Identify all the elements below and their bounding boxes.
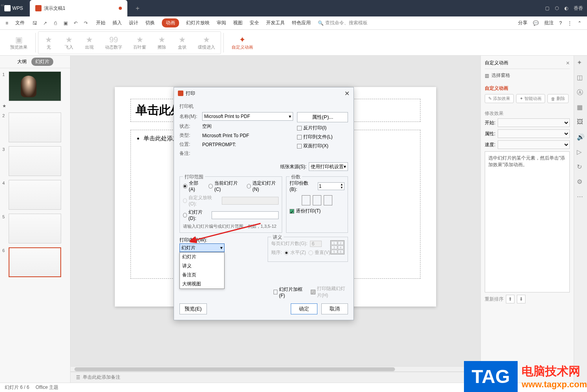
share-button[interactable]: 分享 <box>518 20 527 26</box>
move-up-button[interactable]: ⬆ <box>506 295 515 303</box>
frame-checkbox[interactable]: 幻灯片加框(F) <box>274 285 303 299</box>
search-box[interactable]: 🔍 查找命令、搜索模板 <box>318 20 368 26</box>
tool-more-icon[interactable]: ⋯ <box>577 193 585 201</box>
range-selected-radio[interactable]: 选定幻灯片(N) <box>247 180 279 192</box>
slides-input[interactable] <box>212 211 279 219</box>
property-select[interactable] <box>498 129 570 138</box>
anim-box[interactable]: ★盒状 <box>172 32 192 54</box>
undo-icon[interactable]: ↶ <box>72 20 79 26</box>
menu-special[interactable]: 特色应用 <box>292 20 311 26</box>
anim-number[interactable]: 99动态数字 <box>100 32 128 54</box>
move-down-button[interactable]: ⬇ <box>517 295 525 303</box>
save-icon[interactable]: 🖫 <box>32 20 38 26</box>
close-pane-icon[interactable]: ✕ <box>566 60 570 66</box>
menu-design[interactable]: 设计 <box>129 20 138 26</box>
tool-layout-icon[interactable]: ▦ <box>577 103 585 111</box>
badge-icon[interactable]: ▢ <box>545 5 549 11</box>
custom-animation-button[interactable]: ✦ 自定义动画 <box>226 30 259 55</box>
cancel-button[interactable]: 取消 <box>321 303 348 314</box>
start-select[interactable] <box>498 118 570 127</box>
option-slides[interactable]: 幻灯片 <box>180 252 224 261</box>
smart-anim-button[interactable]: ✦智能动画 <box>516 94 545 103</box>
export-icon[interactable]: ↗ <box>42 20 48 26</box>
tool-image-icon[interactable]: 🖼 <box>577 118 585 126</box>
thumb-2[interactable]: 2 <box>2 113 68 142</box>
thumb-6[interactable]: 6 <box>2 247 68 277</box>
tab-close-button[interactable] <box>119 7 122 10</box>
slides-tab[interactable]: 幻灯片 <box>31 58 53 66</box>
print-icon[interactable]: ⎙ <box>52 20 58 26</box>
preview-icon[interactable]: ▣ <box>62 20 69 26</box>
select-pane-button[interactable]: ▥ 选择窗格 <box>485 72 570 79</box>
menu-devtools[interactable]: 开发工具 <box>266 20 285 26</box>
comment-icon[interactable]: 💬 <box>533 20 539 26</box>
menu-slideshow[interactable]: 幻灯片放映 <box>186 20 210 26</box>
more-icon[interactable]: ⋮ <box>567 20 572 26</box>
notes-bar[interactable]: ☰ 单击此处添加备注 <box>71 372 480 383</box>
anim-appear[interactable]: ★出现 <box>79 32 100 54</box>
dialog-close-button[interactable]: ✕ <box>344 90 350 97</box>
redo-icon[interactable]: ↷ <box>83 20 89 26</box>
tool-transition-icon[interactable]: ◫ <box>577 74 585 82</box>
ok-button[interactable]: 确定 <box>291 303 317 314</box>
menu-insert[interactable]: 插入 <box>112 20 122 26</box>
menu-review[interactable]: 审阅 <box>217 20 226 26</box>
user-avatar-icon[interactable]: ◐ <box>564 5 568 11</box>
printer-select[interactable]: Microsoft Print to PDF▾ <box>202 112 293 121</box>
speed-select[interactable] <box>498 140 570 149</box>
document-tab[interactable]: 演示文稿1 <box>30 0 127 16</box>
collapse-ribbon-icon[interactable]: ⌃ <box>578 20 582 26</box>
thumb-3[interactable]: 3 <box>2 146 68 176</box>
wps-home-button[interactable]: WPS <box>0 0 27 16</box>
menu-transition[interactable]: 切换 <box>145 20 155 26</box>
option-handouts[interactable]: 讲义 <box>180 261 224 270</box>
menu-start[interactable]: 开始 <box>96 20 105 26</box>
thumb-4[interactable]: 4 <box>2 180 68 210</box>
option-notes[interactable]: 备注页 <box>180 270 224 279</box>
properties-button[interactable]: 属性(P)... <box>297 112 348 122</box>
file-menu[interactable]: 文件 <box>15 20 25 26</box>
print-content-dropdown[interactable]: 幻灯片▾ 幻灯片 讲义 备注页 大纲视图 <box>179 243 225 252</box>
preview-button[interactable]: 预览(E) <box>179 303 207 314</box>
menu-animation[interactable]: 动画 <box>162 18 179 27</box>
anim-flyin[interactable]: ★飞入 <box>59 32 79 54</box>
dialog-titlebar[interactable]: 打印 ✕ <box>174 87 353 99</box>
range-current-radio[interactable]: 当前幻灯片(C) <box>208 180 240 192</box>
thumb-5[interactable]: 5 <box>2 214 68 243</box>
anim-wipe[interactable]: ★擦除 <box>152 32 172 54</box>
tool-audio-icon[interactable]: 🔊 <box>577 133 585 141</box>
comment-button[interactable]: 批注 <box>544 20 554 26</box>
reverse-print-checkbox[interactable]: 反片打印(I) <box>297 125 348 131</box>
option-outline[interactable]: 大纲视图 <box>180 279 224 289</box>
anim-blinds[interactable]: ★百叶窗 <box>128 32 152 54</box>
copies-spinner[interactable]: 1▲▼ <box>318 182 344 190</box>
menu-view[interactable]: 视图 <box>233 20 243 26</box>
collate-checkbox[interactable]: ✓逐份打印(T) <box>290 208 344 214</box>
add-effect-button[interactable]: ✎添加效果 <box>485 94 514 103</box>
anim-slow[interactable]: ★缓慢进入 <box>192 32 221 54</box>
tool-style-icon[interactable]: Ⓐ <box>577 89 585 96</box>
horizontal-scrollbar[interactable] <box>71 366 480 372</box>
custom-anim-label: 自定义动画 <box>232 44 253 50</box>
print-to-file-checkbox[interactable]: 打印到文件(L) <box>297 134 348 140</box>
paper-source-label: 纸张来源(S): <box>280 163 306 170</box>
collapse-thumbs-icon[interactable]: ‹‹ <box>1 2 4 8</box>
duplex-checkbox[interactable]: 双面打印(X) <box>297 143 348 149</box>
tool-settings-icon[interactable]: ⚙ <box>577 178 585 186</box>
range-all-radio[interactable]: 全部(A) <box>183 180 202 192</box>
paper-source-select[interactable]: 使用打印机设置▾ <box>309 162 348 171</box>
help-icon[interactable]: ? <box>559 20 562 26</box>
tool-history-icon[interactable]: ↻ <box>577 163 585 171</box>
delete-button[interactable]: 🗑删除 <box>547 94 569 103</box>
anim-none[interactable]: ★无 <box>38 32 59 54</box>
thumb-1[interactable]: 1 <box>2 71 68 101</box>
menu-security[interactable]: 安全 <box>250 20 259 26</box>
range-slides-radio[interactable]: 幻灯片(D): <box>183 209 205 221</box>
tool-anim-icon[interactable]: ✦ <box>577 59 585 67</box>
preview-effect-button[interactable]: ▣ 预览效果 <box>5 30 33 55</box>
hamburger-icon[interactable]: ≡ <box>5 20 8 26</box>
outline-tab[interactable]: 大纲 <box>17 58 27 65</box>
new-tab-button[interactable]: ＋ <box>132 3 143 14</box>
tool-play-icon[interactable]: ▷ <box>577 148 585 156</box>
notify-icon[interactable]: ⬡ <box>555 5 559 11</box>
